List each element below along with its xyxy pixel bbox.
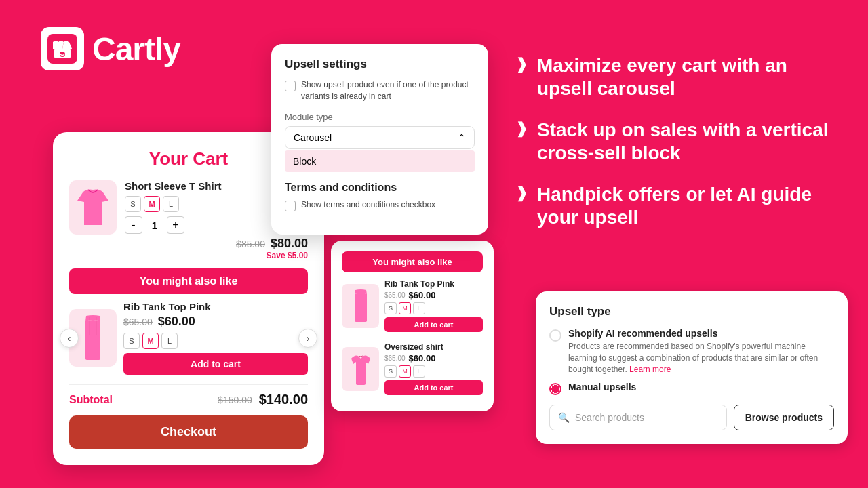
upsell-type-panel: Upsell type Shopify AI recommended upsel… xyxy=(536,291,848,444)
subtotal-label: Subtotal xyxy=(69,394,113,406)
feature-3-text: Handpick offers or let AI guide your ups… xyxy=(537,183,841,228)
module-type-label: Module type xyxy=(285,112,475,122)
checkout-button[interactable]: Checkout xyxy=(69,415,308,449)
block2-size-m[interactable]: M xyxy=(399,365,411,378)
carousel-block-panel: You might also like Rib Tank Top Pink $6… xyxy=(331,241,494,411)
radio-ai-label: Shopify AI recommended upsells xyxy=(568,328,834,339)
block-size-s[interactable]: S xyxy=(384,302,397,314)
block-item-1-add-btn[interactable]: Add to cart xyxy=(384,317,483,332)
terms-checkbox[interactable] xyxy=(285,201,296,211)
feature-2: ❱ Stack up on sales with a vertical cros… xyxy=(515,119,841,164)
block-item-2-image xyxy=(342,347,379,391)
block-item-2-sizes: S M L xyxy=(384,365,483,378)
logo-text: Cartly xyxy=(92,30,180,68)
block-item-1-price: $65.00 $60.00 xyxy=(384,290,483,300)
carousel-prev[interactable]: ‹ xyxy=(60,329,79,348)
upsell-checkbox-row: Show upsell product even if one of the p… xyxy=(285,79,475,102)
carousel-price-new: $60.00 xyxy=(158,314,195,329)
dropdown-option-block[interactable]: Block xyxy=(285,150,475,172)
upsell-header: You might also like xyxy=(69,268,308,294)
carousel-size-m[interactable]: M xyxy=(142,333,159,349)
size-l[interactable]: L xyxy=(163,196,179,212)
qty-plus[interactable]: + xyxy=(167,216,184,234)
qty-minus[interactable]: - xyxy=(125,216,142,234)
block-item-1-info: Rib Tank Top Pink $65.00 $60.00 S M L Ad… xyxy=(384,279,483,332)
block-item-1-name: Rib Tank Top Pink xyxy=(384,279,483,289)
radio-ai-desc: Products are recommended based on Shopif… xyxy=(568,341,834,375)
block-size-m[interactable]: M xyxy=(399,302,411,314)
browse-products-button[interactable]: Browse products xyxy=(734,405,834,430)
radio-manual-label: Manual upsells xyxy=(568,382,636,392)
block-item-2-price: $65.00 $60.00 xyxy=(384,353,483,363)
radio-option-manual[interactable]: Manual upsells xyxy=(549,382,834,395)
chevron-2-icon: ❱ xyxy=(515,120,528,138)
upsell-type-title: Upsell type xyxy=(549,305,834,319)
radio-option-ai[interactable]: Shopify AI recommended upsells Products … xyxy=(549,328,834,375)
right-content: ❱ Maximize every cart with an upsell car… xyxy=(515,54,841,248)
dropdown-value: Carousel xyxy=(294,132,332,143)
settings-panel: Upsell settings Show upsell product even… xyxy=(271,44,488,235)
logo-icon xyxy=(41,27,84,70)
block-size-l[interactable]: L xyxy=(413,302,425,314)
carousel-size-s[interactable]: S xyxy=(123,333,140,349)
carousel-size-buttons: S M L xyxy=(123,333,308,349)
carousel-price-old: $65.00 xyxy=(123,317,153,327)
search-input-wrap[interactable]: 🔍 Search products xyxy=(549,405,727,430)
size-m[interactable]: M xyxy=(144,196,160,212)
add-to-cart-button[interactable]: Add to cart xyxy=(123,353,308,375)
search-row: 🔍 Search products Browse products xyxy=(549,405,834,430)
price-old: $85.00 xyxy=(236,239,265,249)
settings-title: Upsell settings xyxy=(285,58,475,71)
block-item-2-name: Oversized shirt xyxy=(384,342,483,352)
block-item-1-price-new: $60.00 xyxy=(409,290,436,300)
upsell-checkbox-label: Show upsell product even if one of the p… xyxy=(301,79,475,102)
terms-checkbox-row: Show terms and conditions checkbox xyxy=(285,199,475,211)
upsell-checkbox[interactable] xyxy=(285,81,296,92)
price-row: $85.00 $80.00 xyxy=(125,237,308,251)
block-item-1-image xyxy=(342,284,379,328)
chevron-up-icon: ⌃ xyxy=(458,132,466,143)
carousel-block-header: You might also like xyxy=(342,251,483,272)
radio-ai-content: Shopify AI recommended upsells Products … xyxy=(568,328,834,375)
search-icon: 🔍 xyxy=(558,412,570,423)
block-item-2-add-btn[interactable]: Add to cart xyxy=(384,380,483,395)
block-item-2-price-new: $60.00 xyxy=(409,353,436,363)
block-item-1: Rib Tank Top Pink $65.00 $60.00 S M L Ad… xyxy=(342,279,483,332)
radio-manual-circle[interactable] xyxy=(549,383,561,395)
block-item-2-info: Oversized shirt $65.00 $60.00 S M L Add … xyxy=(384,342,483,395)
module-type-dropdown[interactable]: Carousel ⌃ xyxy=(285,126,475,149)
subtotal-new: $140.00 xyxy=(259,392,308,407)
feature-2-text: Stack up on sales with a vertical cross-… xyxy=(537,119,841,164)
logo-area: Cartly xyxy=(41,27,180,70)
qty-value: 1 xyxy=(148,220,161,231)
block2-size-l[interactable]: L xyxy=(413,365,425,378)
feature-3: ❱ Handpick offers or let AI guide your u… xyxy=(515,183,841,228)
carousel-item: ‹ Rib Tank Top Pink $65.00 $60.00 S M L … xyxy=(69,301,308,375)
subtotal-prices: $150.00 $140.00 xyxy=(218,392,308,407)
block2-size-s[interactable]: S xyxy=(384,365,397,378)
carousel-item-name: Rib Tank Top Pink xyxy=(123,301,308,312)
block-divider xyxy=(342,338,483,338)
feature-1: ❱ Maximize every cart with an upsell car… xyxy=(515,54,841,100)
terms-title: Terms and conditions xyxy=(285,182,475,194)
block-item-1-price-old: $65.00 xyxy=(384,291,406,299)
feature-1-text: Maximize every cart with an upsell carou… xyxy=(537,54,841,100)
block-item-2-price-old: $65.00 xyxy=(384,354,406,362)
chevron-1-icon: ❱ xyxy=(515,56,528,73)
block-item-1-sizes: S M L xyxy=(384,302,483,314)
size-s[interactable]: S xyxy=(125,196,141,212)
save-text: Save $5.00 xyxy=(125,251,308,260)
cart-item-image xyxy=(69,180,117,235)
radio-ai-circle[interactable] xyxy=(549,329,561,342)
price-new: $80.00 xyxy=(271,237,308,251)
carousel-item-info: Rib Tank Top Pink $65.00 $60.00 S M L Ad… xyxy=(123,301,308,375)
terms-checkbox-label: Show terms and conditions checkbox xyxy=(301,199,435,211)
subtotal-row: Subtotal $150.00 $140.00 xyxy=(69,384,308,407)
carousel-price-row: $65.00 $60.00 xyxy=(123,314,308,329)
carousel-size-l[interactable]: L xyxy=(161,333,178,349)
carousel-next[interactable]: › xyxy=(298,329,317,348)
subtotal-old: $150.00 xyxy=(218,394,252,405)
learn-more-link[interactable]: Learn more xyxy=(629,365,671,374)
block-item-2: Oversized shirt $65.00 $60.00 S M L Add … xyxy=(342,342,483,395)
chevron-3-icon: ❱ xyxy=(515,184,528,202)
